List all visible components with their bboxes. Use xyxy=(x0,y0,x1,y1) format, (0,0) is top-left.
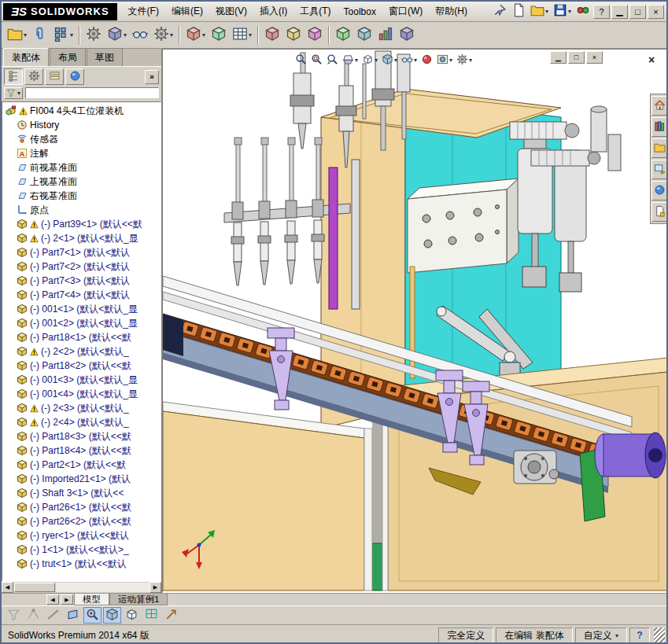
save-document-button[interactable]: ▾ xyxy=(552,3,573,20)
show-hidden-components-button[interactable] xyxy=(130,24,150,46)
tab-scroll-right-button[interactable]: ▶ xyxy=(61,594,73,605)
mate-button[interactable] xyxy=(30,24,50,46)
tree-item[interactable]: (-) Part18<2> (默认<<默 xyxy=(2,359,161,373)
view-settings-button[interactable]: ▾ xyxy=(455,52,474,68)
tree-item[interactable]: (-) Part7<1> (默认<默认 xyxy=(2,245,161,259)
new-motion-study-button[interactable] xyxy=(209,24,229,46)
previous-view-button[interactable] xyxy=(325,52,340,68)
tree-item[interactable]: (-) Part2<1> (默认<<默 xyxy=(2,458,161,472)
tab-装配体[interactable]: 装配体 xyxy=(3,48,49,66)
tree-item[interactable]: (-) Part18<4> (默认<<默 xyxy=(2,443,161,458)
display-style-button[interactable]: ▾ xyxy=(380,52,399,68)
close-button[interactable]: × xyxy=(648,5,664,19)
tree-item[interactable]: (-) 1<1> (默认<<默认>_ xyxy=(2,543,161,557)
file-explorer-tab[interactable] xyxy=(651,138,667,158)
minimize-button[interactable]: ▁ xyxy=(611,5,628,19)
tree-item[interactable]: (-) 2<2> (默认<默认_ xyxy=(2,344,161,359)
tree-item[interactable]: (-) 001<1> (默认<默认_显 xyxy=(2,302,161,316)
assembly-visualization-button[interactable] xyxy=(375,24,396,46)
menu-item[interactable]: 视图(V) xyxy=(209,2,253,21)
menu-item[interactable]: 工具(T) xyxy=(293,2,337,21)
explode-line-sketch-button[interactable] xyxy=(283,24,304,46)
tree-item[interactable]: (-) Part26<2> (默认<<默 xyxy=(2,514,161,528)
tab-运动算例1[interactable]: 运动算例1 xyxy=(109,594,168,605)
tree-item[interactable]: (-) Imported21<1> (默认 xyxy=(2,472,161,486)
zoom-fit-button[interactable] xyxy=(293,52,308,68)
exploded-view-button[interactable] xyxy=(262,24,282,46)
menu-item[interactable]: 窗口(W) xyxy=(382,2,429,21)
tree-item[interactable]: (-) Part7<3> (默认<默认 xyxy=(2,274,161,288)
displaymanager-tab[interactable] xyxy=(65,68,84,85)
tab-草图[interactable]: 草图 xyxy=(87,48,123,66)
tree-item[interactable]: (-) Part7<2> (默认<默认 xyxy=(2,259,161,274)
featuremanager-tab[interactable] xyxy=(4,68,23,85)
custom-dropdown[interactable]: 自定义 ▾ xyxy=(575,627,627,643)
filter-vertices-button[interactable] xyxy=(24,607,42,624)
solidworks-resources-tab[interactable] xyxy=(651,96,667,116)
status-lights-button[interactable] xyxy=(574,3,592,20)
assembly-features-button[interactable]: ▾ xyxy=(151,24,175,46)
scroll-track[interactable] xyxy=(56,583,149,592)
propertymanager-tab[interactable] xyxy=(24,68,43,85)
menu-item[interactable]: 插入(I) xyxy=(253,2,293,21)
scroll-right-button[interactable]: ▶ xyxy=(149,582,161,593)
tree-item[interactable]: (-) Part18<1> (默认<<默 xyxy=(2,330,161,344)
zoom-to-area-button[interactable] xyxy=(309,52,324,68)
tree-item[interactable]: (-) 2<1> (默认<默认_显 xyxy=(2,231,161,245)
resize-grip[interactable] xyxy=(654,627,665,643)
close-document-button[interactable]: × xyxy=(586,51,603,64)
view-shaded-with-edges-button[interactable] xyxy=(103,607,121,624)
apply-scene-button[interactable]: ▾ xyxy=(435,52,454,68)
purple-column[interactable] xyxy=(329,167,338,309)
open-document-button[interactable]: ▾ xyxy=(529,3,550,20)
help-button[interactable]: ? xyxy=(593,5,610,19)
hide-show-items-button[interactable]: ▾ xyxy=(400,52,419,68)
zoom-to-selection-button[interactable] xyxy=(83,607,101,624)
design-library-tab[interactable] xyxy=(651,117,667,137)
view-orientation-cube-button[interactable] xyxy=(123,607,141,624)
tree-item[interactable]: 传感器 xyxy=(2,132,161,146)
base-table-left[interactable] xyxy=(163,402,372,591)
tree-item[interactable]: FI004 4头4工位灌装机 xyxy=(2,104,161,118)
tree-item[interactable]: (-) 2<3> (默认<默认_ xyxy=(2,401,161,415)
display-grid-button[interactable] xyxy=(142,607,161,624)
restore-document-button[interactable]: □ xyxy=(568,51,585,64)
scroll-left-button[interactable]: ◀ xyxy=(2,582,13,593)
tree-item[interactable]: 原点 xyxy=(2,203,161,217)
smart-fasteners-button[interactable] xyxy=(83,24,104,46)
hole-alignment-button[interactable] xyxy=(354,24,375,46)
tree-item[interactable]: (-) Part7<4> (默认<默认 xyxy=(2,288,161,302)
menu-item[interactable]: 帮助(H) xyxy=(429,2,474,21)
tree-item[interactable]: (-) 001<4> (默认<默认_显 xyxy=(2,387,161,401)
tree-item[interactable]: (-) 2<4> (默认<默认_ xyxy=(2,415,161,429)
tree-item[interactable]: History xyxy=(2,118,161,132)
tree-item[interactable]: (-) ryer<1> (默认<<默认 xyxy=(2,528,161,543)
menu-pin-button[interactable] xyxy=(491,3,508,20)
tree-item[interactable]: 右视基准面 xyxy=(2,189,161,203)
graphics-area[interactable]: ▾▾▾▾▾▾ ▁□× × xyxy=(162,49,668,593)
tree-item[interactable]: (-) Part26<1> (默认<<默 xyxy=(2,500,161,514)
edit-appearance-button[interactable] xyxy=(419,52,434,68)
expand-panel-button[interactable]: » xyxy=(145,70,159,84)
tree-item[interactable]: (-) 001<2> (默认<默认_显 xyxy=(2,316,161,330)
tree-item[interactable]: (-) Part18<3> (默认<<默 xyxy=(2,429,161,443)
maximize-button[interactable]: □ xyxy=(629,5,646,19)
model-view-canvas[interactable] xyxy=(163,50,668,593)
viewport-close-button[interactable]: × xyxy=(641,52,662,67)
configurationmanager-tab[interactable] xyxy=(45,68,64,85)
tree-item[interactable]: (-) trut<1> (默认<<默认 xyxy=(2,557,161,571)
tab-布局[interactable]: 布局 xyxy=(50,48,86,66)
reference-geometry-button[interactable]: ▾ xyxy=(183,24,208,46)
tree-item[interactable]: 前视基准面 xyxy=(2,160,161,175)
selection-filters-button[interactable] xyxy=(5,607,23,624)
tab-scroll-left-button[interactable]: ◀ xyxy=(46,594,59,605)
clearance-verification-button[interactable] xyxy=(333,24,353,46)
filter-edges-button[interactable] xyxy=(44,607,62,624)
interference-detection-button[interactable] xyxy=(304,24,325,46)
menu-item[interactable]: 文件(F) xyxy=(122,2,165,21)
minimize-document-button[interactable]: ▁ xyxy=(550,51,567,64)
instant-3d-button[interactable] xyxy=(397,24,417,46)
filter-input[interactable] xyxy=(25,87,159,98)
quick-snaps-button[interactable] xyxy=(162,607,180,624)
appearances-scenes-tab[interactable] xyxy=(651,181,667,201)
